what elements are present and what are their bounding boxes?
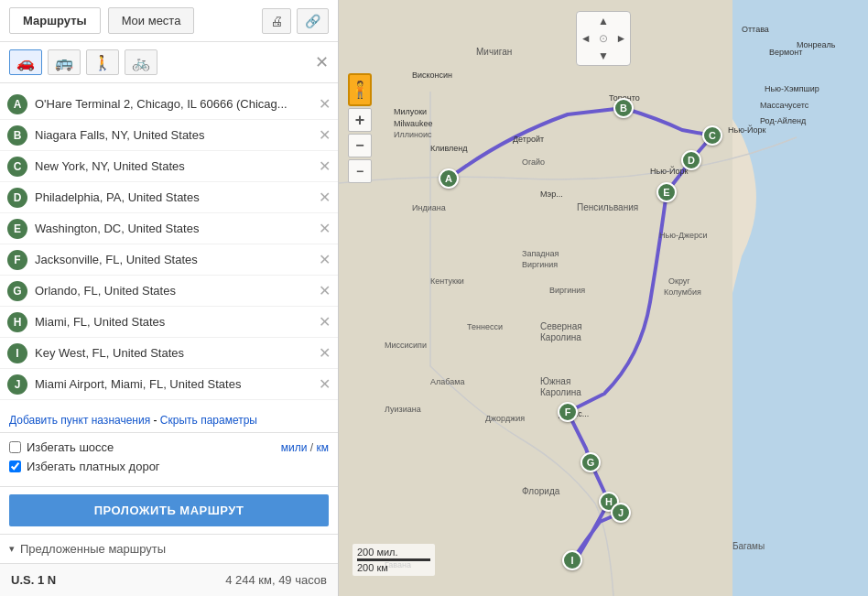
svg-text:Виргиния: Виргиния	[522, 260, 558, 269]
zoom-in-button[interactable]: +	[348, 108, 372, 132]
waypoint-row: B ✕	[0, 120, 338, 151]
map-marker-e[interactable]: E	[656, 182, 677, 202]
map-marker-f[interactable]: F	[558, 402, 578, 422]
avoid-tolls-checkbox[interactable]	[9, 461, 21, 472]
waypoint-input[interactable]	[35, 190, 315, 204]
suggested-header[interactable]: ▾ Предложенные маршруты	[0, 535, 338, 563]
arrow-down-icon: ▾	[9, 543, 15, 555]
waypoint-input[interactable]	[35, 377, 315, 391]
avoid-tolls-row: Избегать платных дорог	[9, 460, 329, 473]
miles-link[interactable]: мили	[281, 441, 308, 454]
tab-routes[interactable]: Маршруты	[9, 7, 101, 34]
waypoint-close-button[interactable]: ✕	[319, 344, 331, 362]
waypoint-close-button[interactable]: ✕	[319, 157, 331, 175]
unit-separator: /	[310, 441, 317, 454]
waypoint-row: A ✕	[0, 89, 338, 120]
map-area: Мичиган Иллиноис Огайо Индиана Пенсильва…	[339, 0, 868, 596]
map-marker-c[interactable]: C	[702, 125, 722, 146]
waypoint-row: H ✕	[0, 307, 338, 338]
waypoint-input[interactable]	[35, 315, 315, 329]
map-marker-d[interactable]: D	[681, 150, 701, 170]
nav-up-right	[613, 12, 630, 29]
waypoint-input[interactable]	[35, 346, 315, 360]
avoid-highways-label: Избегать шоссе	[27, 440, 114, 454]
mode-bike[interactable]: 🚲	[125, 49, 157, 75]
svg-text:Каролина: Каролина	[540, 332, 581, 342]
waypoint-close-button[interactable]: ✕	[319, 282, 331, 299]
waypoint-row: I ✕	[0, 338, 338, 369]
avoid-highways-checkbox[interactable]	[9, 441, 21, 453]
map-marker-j[interactable]: J	[611, 503, 631, 523]
print-button[interactable]: 🖨	[262, 8, 291, 34]
waypoint-row: D ✕	[0, 182, 338, 213]
hide-options-link[interactable]: Скрыть параметры	[160, 414, 257, 427]
waypoint-input[interactable]	[35, 253, 315, 266]
options-section: Избегать шоссе мили / км Избегать платны…	[0, 432, 338, 486]
km-link[interactable]: км	[317, 441, 330, 454]
waypoint-input[interactable]	[35, 222, 315, 235]
scale-label-km: 200 км	[357, 562, 430, 573]
waypoint-close-button[interactable]: ✕	[319, 220, 331, 237]
waypoint-input[interactable]	[35, 97, 315, 111]
waypoints-list: A ✕ B ✕ C ✕ D ✕ E ✕ F ✕ G ✕ H ✕ I ✕ J ✕	[0, 83, 338, 408]
waypoint-row: C ✕	[0, 151, 338, 182]
waypoint-close-button[interactable]: ✕	[319, 189, 331, 206]
mode-bus[interactable]: 🚌	[48, 49, 81, 75]
svg-text:Оттава: Оттава	[742, 25, 769, 34]
svg-text:Milwaukee: Milwaukee	[394, 119, 433, 128]
separator: -	[154, 414, 160, 427]
sidebar: Маршруты Мои места 🖨 🔗 🚗 🚌 🚶 🚲 ✕ A ✕ B ✕…	[0, 0, 339, 596]
svg-text:Колумбия: Колумбия	[664, 287, 701, 297]
waypoint-input[interactable]	[35, 159, 315, 173]
svg-text:Каролина: Каролина	[540, 387, 581, 397]
add-destination-link[interactable]: Добавить пункт назначения	[9, 414, 150, 427]
waypoint-label: G	[7, 281, 27, 301]
build-route-button[interactable]: ПРОЛОЖИТЬ МАРШРУТ	[9, 494, 329, 526]
svg-text:Монреаль: Монреаль	[797, 40, 836, 49]
route-button-wrap: ПРОЛОЖИТЬ МАРШРУТ	[0, 486, 338, 534]
svg-text:Мэр...: Мэр...	[540, 190, 563, 199]
tab-places[interactable]: Мои места	[108, 7, 195, 34]
scale-line	[357, 558, 430, 561]
svg-text:Миссисипи: Миссисипи	[385, 341, 427, 350]
map-marker-a[interactable]: A	[439, 168, 459, 189]
route-item[interactable]: U.S. 1 N 4 244 км, 49 часов	[0, 563, 338, 596]
avoid-tolls-label: Избегать платных дорог	[27, 460, 160, 473]
suggested-routes: ▾ Предложенные маршруты U.S. 1 N 4 244 к…	[0, 534, 338, 596]
svg-text:Округ: Округ	[668, 276, 690, 286]
map-marker-b[interactable]: B	[613, 98, 634, 118]
unit-options: мили / км	[281, 441, 329, 454]
waypoint-input[interactable]	[35, 128, 315, 142]
nav-right-button[interactable]: ►	[613, 29, 630, 47]
svg-text:Мичиган: Мичиган	[476, 47, 512, 57]
waypoint-label: A	[7, 94, 27, 114]
zoom-out-button[interactable]: −	[348, 134, 372, 157]
scale-bar: 200 мил. 200 км	[353, 544, 435, 576]
nav-left-button[interactable]: ◄	[577, 29, 594, 47]
mode-car[interactable]: 🚗	[9, 49, 42, 75]
waypoint-close-button[interactable]: ✕	[319, 251, 331, 268]
nav-up-button[interactable]: ▲	[594, 12, 612, 29]
waypoint-row: E ✕	[0, 213, 338, 244]
map-marker-i[interactable]: I	[562, 550, 582, 570]
zoom-controls: 🧍 + − −	[348, 73, 372, 183]
svg-text:Западная: Западная	[522, 249, 559, 258]
waypoint-label: B	[7, 125, 27, 146]
waypoint-close-button[interactable]: ✕	[319, 375, 331, 393]
waypoint-close-button[interactable]: ✕	[319, 95, 331, 113]
mode-walk[interactable]: 🚶	[86, 49, 119, 75]
map-marker-g[interactable]: G	[580, 452, 601, 472]
zoom-out-button-2[interactable]: −	[348, 159, 372, 183]
svg-text:Кентукки: Кентукки	[430, 276, 464, 286]
suggested-routes-label: Предложенные маршруты	[20, 542, 166, 556]
waypoint-close-button[interactable]: ✕	[319, 126, 331, 144]
nav-down-button[interactable]: ▼	[594, 48, 612, 65]
link-button[interactable]: 🔗	[297, 8, 329, 34]
waypoint-label: E	[7, 219, 27, 239]
street-view-icon[interactable]: 🧍	[348, 73, 372, 106]
waypoint-input[interactable]	[35, 284, 315, 298]
close-mode-button[interactable]: ✕	[315, 54, 329, 70]
add-links: Добавить пункт назначения - Скрыть парам…	[0, 408, 338, 432]
waypoint-label: H	[7, 312, 27, 332]
waypoint-close-button[interactable]: ✕	[319, 313, 331, 331]
